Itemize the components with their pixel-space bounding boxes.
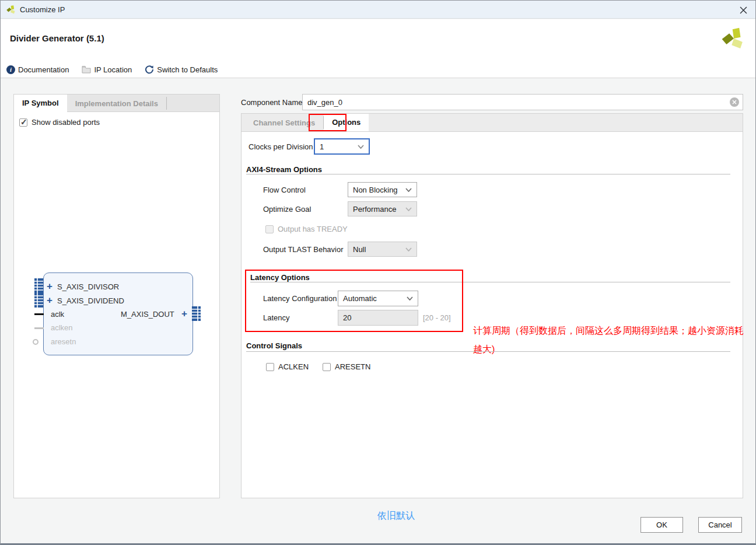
customize-ip-dialog: Customize IP Divider Generator (5.1) i D… [0, 0, 756, 545]
port-aclk: aclk [51, 310, 64, 319]
show-disabled-ports-row: Show disabled ports [19, 118, 100, 127]
options-panel [241, 131, 743, 498]
output-has-tready-checkbox [265, 225, 274, 233]
ip-symbol-panel: IP Symbol Implementation Details Show di… [13, 94, 220, 498]
bus-interface-icon [34, 278, 43, 293]
port-aclken: aclken [51, 323, 73, 332]
axi4-section-title: AXI4-Stream Options [246, 165, 322, 174]
tab-options[interactable]: Options [324, 114, 369, 131]
control-signals-title: Control Signals [246, 341, 302, 350]
port-s-axis-dividend: S_AXIS_DIVIDEND [57, 296, 124, 305]
flow-control-label: Flow Control [263, 186, 306, 194]
expand-port-icon[interactable]: + [47, 282, 52, 291]
tab-ip-symbol[interactable]: IP Symbol [14, 95, 67, 112]
chevron-down-icon [407, 296, 413, 301]
optimize-goal-select: Performance [348, 201, 417, 216]
show-disabled-ports-label: Show disabled ports [32, 118, 100, 127]
switch-to-defaults-label: Switch to Defaults [157, 65, 218, 74]
latency-section-title: Latency Options [250, 273, 310, 282]
clear-field-icon[interactable] [730, 97, 739, 107]
aresetn-checkbox[interactable] [323, 363, 331, 371]
tab-separator [166, 97, 167, 110]
section-divider [246, 351, 730, 352]
folder-icon [82, 65, 91, 74]
latency-configuration-label: Latency Configuration [263, 294, 337, 303]
output-tlast-select: Null [348, 242, 417, 257]
ip-location-label: IP Location [94, 65, 132, 74]
annotation-text-line1: 计算周期（得到数据后，间隔这么多周期得到结果；越小资源消耗 [473, 325, 744, 337]
left-tabstrip: IP Symbol Implementation Details [14, 95, 219, 112]
aclken-row: ACLKEN [266, 362, 309, 371]
xilinx-logo-icon [6, 5, 16, 15]
toolbar: i Documentation IP Location Switch to De… [6, 64, 218, 75]
page-title: Divider Generator (5.1) [10, 33, 104, 43]
flow-control-select[interactable]: Non Blocking [348, 182, 417, 197]
aresetn-label: ARESETN [335, 362, 370, 371]
chevron-down-icon [405, 207, 412, 211]
xilinx-brand-logo [722, 26, 746, 51]
tab-implementation-details[interactable]: Implementation Details [67, 95, 166, 112]
aresetn-row: ARESETN [323, 362, 370, 371]
ok-button[interactable]: OK [640, 517, 683, 533]
section-divider [246, 174, 730, 174]
annotation-text-line2: 越大) [473, 344, 495, 356]
title-bar: Customize IP [1, 1, 755, 19]
component-name-input[interactable] [302, 94, 743, 110]
output-has-tready-row: Output has TREADY [265, 225, 348, 233]
switch-to-defaults-button[interactable]: Switch to Defaults [145, 65, 218, 74]
aclken-checkbox[interactable] [266, 363, 274, 371]
dialog-header: Divider Generator (5.1) i Documentation … [1, 19, 755, 78]
component-name-label: Component Name [241, 98, 303, 107]
expand-port-icon[interactable]: + [181, 310, 187, 318]
latency-label: Latency [263, 313, 290, 322]
latency-range-hint: [20 - 20] [423, 313, 451, 322]
optimize-goal-label: Optimize Goal [263, 205, 311, 214]
latency-input [338, 310, 418, 326]
documentation-label: Documentation [18, 65, 69, 74]
ip-location-button[interactable]: IP Location [82, 65, 132, 74]
port-m-axis-dout: M_AXIS_DOUT [121, 310, 174, 319]
settings-tabstrip: Channel Settings Options [241, 113, 743, 131]
clock-pin-icon [34, 313, 44, 315]
expand-port-icon[interactable]: + [47, 296, 52, 305]
chevron-down-icon [405, 188, 412, 192]
footer-annotation-text: 依旧默认 [377, 510, 415, 522]
port-s-axis-divisor: S_AXIS_DIVISOR [57, 282, 119, 291]
output-has-tready-label: Output has TREADY [278, 225, 348, 233]
clocks-per-division-select[interactable]: 1 [314, 138, 370, 155]
section-divider [250, 282, 730, 282]
refresh-icon [145, 65, 154, 74]
aclken-label: ACLKEN [278, 362, 309, 371]
reset-pin-icon [33, 339, 38, 345]
cancel-button[interactable]: Cancel [698, 517, 742, 533]
window-title: Customize IP [20, 5, 65, 14]
port-aresetn: aresetn [51, 337, 76, 346]
show-disabled-ports-checkbox[interactable] [19, 118, 27, 127]
info-icon: i [6, 65, 15, 74]
documentation-button[interactable]: i Documentation [6, 65, 69, 74]
close-button[interactable] [737, 4, 750, 16]
close-icon [740, 6, 747, 14]
chevron-down-icon [358, 145, 364, 149]
bus-interface-icon [192, 306, 201, 321]
chevron-down-icon [405, 247, 412, 251]
clocks-per-division-label: Clocks per Division [249, 142, 313, 151]
bus-interface-icon [34, 293, 43, 308]
tab-channel-settings[interactable]: Channel Settings [242, 114, 323, 131]
output-tlast-label: Output TLAST Behavior [263, 245, 344, 254]
disabled-pin-icon [34, 327, 44, 329]
latency-configuration-select[interactable]: Automatic [338, 291, 418, 306]
